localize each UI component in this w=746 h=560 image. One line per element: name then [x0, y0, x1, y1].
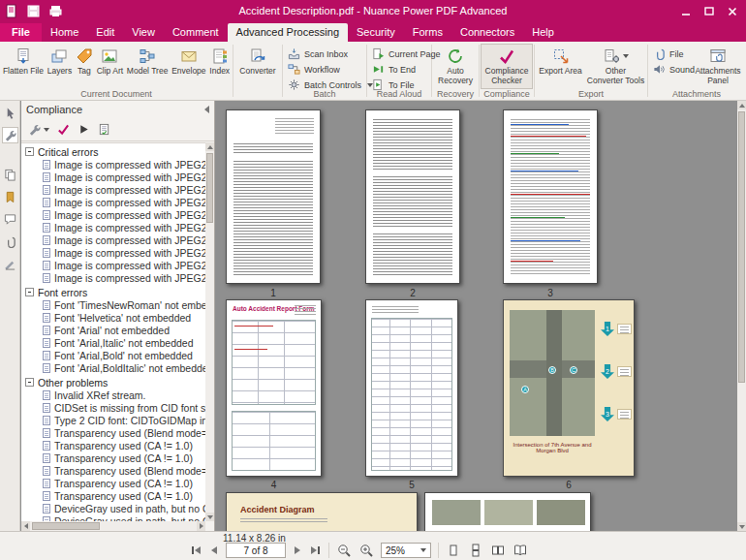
tree-row[interactable]: Type 2 CID font: CIDToGIDMap invalid or …: [21, 414, 205, 426]
tree-row[interactable]: Transparency used (Blend mode=multiply): [21, 426, 205, 439]
converter-button[interactable]: Converter: [238, 44, 276, 89]
page-thumbnail[interactable]: Accident Diagram: [226, 492, 418, 531]
page-thumbnail[interactable]: [424, 492, 591, 531]
start-verification-button[interactable]: [78, 123, 90, 136]
maximize-button[interactable]: [699, 4, 719, 19]
tree-row[interactable]: Transparency used (CA != 1.0): [21, 489, 205, 502]
scrollbar-thumb[interactable]: [206, 153, 213, 223]
tree-row[interactable]: Image is compressed with JPEG2000: [21, 183, 205, 196]
tree-row[interactable]: Image is compressed with JPEG2000: [21, 246, 205, 259]
tree-row[interactable]: Other problems: [21, 376, 205, 389]
report-button[interactable]: [98, 123, 110, 136]
comments-panel-icon[interactable]: [2, 211, 18, 228]
scroll-right-button[interactable]: [197, 521, 205, 531]
other-converter-tools-button[interactable]: Other Converter Tools: [586, 44, 646, 89]
page-thumbnail[interactable]: [365, 299, 458, 477]
tree-expander-icon[interactable]: [25, 378, 34, 387]
tree-expander-icon[interactable]: [25, 147, 34, 156]
attachments-panel-strip-icon[interactable]: [2, 233, 18, 250]
scroll-down-button[interactable]: [205, 513, 214, 521]
zoom-out-button[interactable]: [336, 543, 352, 558]
minimize-button[interactable]: [676, 4, 696, 19]
tree-row[interactable]: Font errors: [21, 286, 205, 298]
signature-panel-icon[interactable]: [2, 256, 18, 272]
pages-panel-icon[interactable]: [2, 167, 18, 183]
menu-tab[interactable]: Advanced Processing: [228, 23, 348, 42]
tree-row[interactable]: CIDSet is missing from CID font subset: [21, 401, 205, 414]
zoom-in-button[interactable]: [358, 543, 374, 558]
auto-recovery-button[interactable]: Auto Recovery: [433, 44, 478, 89]
page-thumbnail[interactable]: [365, 109, 460, 284]
tree-row[interactable]: Transparency used (CA != 1.0): [21, 439, 205, 451]
page-thumbnail[interactable]: A B C Intersection of 7th Avenue and Mor…: [503, 299, 635, 477]
tree-row[interactable]: Image is compressed with JPEG2000: [21, 233, 205, 246]
tree-row[interactable]: DeviceGray used in path, but no OutputIn…: [21, 502, 205, 514]
tree-row[interactable]: Font 'TimesNewRoman' not embedded: [21, 298, 205, 311]
envelope-button[interactable]: Envelope: [171, 44, 206, 89]
tree-vertical-scrollbar[interactable]: [205, 142, 214, 521]
scroll-up-button[interactable]: [205, 142, 214, 151]
compliance-settings-button[interactable]: [28, 123, 49, 136]
menu-tab[interactable]: Home: [42, 23, 87, 42]
scrollbar-thumb[interactable]: [738, 111, 745, 383]
scroll-down-button[interactable]: [737, 522, 746, 531]
tree-row[interactable]: Transparency used (CA != 1.0): [21, 451, 205, 464]
tree-row[interactable]: Transparency used (Blend mode=multiply): [21, 464, 205, 477]
tree-row[interactable]: Transparency used (CA != 1.0): [21, 477, 205, 489]
tree-row[interactable]: Font 'Arial,Italic' not embedded: [21, 336, 205, 349]
sound-button[interactable]: Sound: [649, 62, 692, 77]
close-button[interactable]: [723, 4, 742, 19]
flatten-file-button[interactable]: Flatten File: [2, 44, 45, 89]
menu-tab[interactable]: Security: [348, 23, 404, 42]
facing-pages-view-button[interactable]: [490, 543, 506, 558]
hand-tool-icon[interactable]: [2, 105, 18, 121]
previous-page-button[interactable]: [209, 544, 219, 557]
compliance-panel-icon[interactable]: [2, 127, 18, 143]
document-vertical-scrollbar[interactable]: [737, 101, 746, 531]
menu-tab[interactable]: View: [123, 23, 164, 42]
next-page-button[interactable]: [293, 544, 302, 557]
page-thumbnail[interactable]: Auto Accident Report Form: [226, 299, 322, 477]
tree-row[interactable]: Image is compressed with JPEG2000: [21, 196, 205, 208]
tree-row[interactable]: Image is compressed with JPEG2000: [21, 259, 205, 271]
read-to-end-button[interactable]: To End: [368, 62, 430, 77]
menu-tab[interactable]: Comment: [164, 23, 228, 42]
compliance-checker-button[interactable]: Compliance Checker: [481, 44, 533, 89]
attachments-panel-button[interactable]: Attachments Panel: [692, 44, 744, 89]
model-tree-button[interactable]: Model Tree: [126, 44, 170, 89]
tree-horizontal-scrollbar[interactable]: [21, 521, 205, 531]
scrollbar-thumb[interactable]: [32, 522, 100, 530]
tag-button[interactable]: Tag: [75, 44, 94, 89]
panel-collapse-icon[interactable]: [204, 106, 209, 113]
tree-row[interactable]: Font 'Arial' not embedded: [21, 324, 205, 336]
clip-art-button[interactable]: Clip Art: [96, 44, 124, 89]
scroll-up-button[interactable]: [737, 101, 746, 109]
index-button[interactable]: Index: [208, 44, 231, 89]
bookmarks-panel-icon[interactable]: [2, 189, 18, 205]
workflow-button[interactable]: Workflow: [284, 62, 365, 77]
page-thumbnail[interactable]: [503, 109, 598, 284]
menu-tab[interactable]: Edit: [87, 23, 123, 42]
menu-tab[interactable]: Forms: [404, 23, 451, 42]
tree-row[interactable]: Image is compressed with JPEG2000: [21, 171, 205, 183]
scroll-left-button[interactable]: [21, 521, 30, 531]
tree-row[interactable]: Font 'Arial,Bold' not embedded: [21, 349, 205, 361]
page-thumbnail[interactable]: [226, 109, 321, 284]
tree-row[interactable]: Font 'Helvetica' not embedded: [21, 311, 205, 324]
last-page-button[interactable]: [309, 544, 322, 557]
tree-expander-icon[interactable]: [25, 288, 34, 296]
page-indicator[interactable]: 7 of 8: [226, 543, 286, 558]
single-page-view-button[interactable]: [446, 543, 461, 558]
read-current-page-button[interactable]: Current Page: [368, 47, 430, 61]
tree-row[interactable]: Critical errors: [21, 145, 205, 158]
tree-row[interactable]: Image is compressed with JPEG2000: [21, 208, 205, 221]
menu-tab[interactable]: Connectors: [451, 23, 523, 42]
run-check-button[interactable]: [57, 123, 70, 136]
tree-row[interactable]: Image is compressed with JPEG2000: [21, 158, 205, 171]
scan-inbox-button[interactable]: Scan Inbox: [284, 47, 365, 61]
tree-row[interactable]: Image is compressed with JPEG2000: [21, 271, 205, 284]
tree-row[interactable]: DeviceGray used in path, but no OutputIn…: [21, 514, 205, 521]
menu-tab[interactable]: Help: [523, 23, 563, 42]
continuous-view-button[interactable]: [468, 543, 483, 558]
tree-row[interactable]: Invalid XRef stream.: [21, 389, 205, 401]
